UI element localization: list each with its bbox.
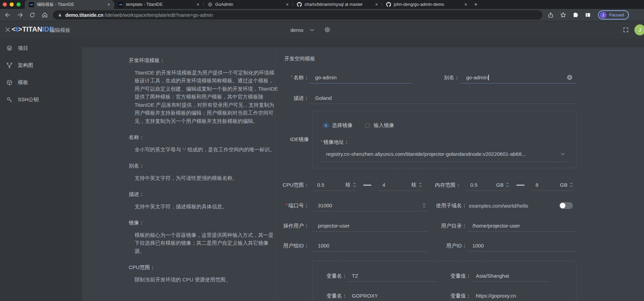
tab-template[interactable]: <t> template - TitanIDE × — [114, 0, 203, 9]
app-header: <t>TITANIDE 编辑模板 demo J — [0, 21, 644, 38]
back-button[interactable] — [2, 10, 13, 20]
memory-min-input[interactable]: 0.5GB — [465, 179, 510, 191]
doc-heading: CPU范围： — [129, 263, 278, 271]
input-image-radio[interactable] — [365, 123, 370, 128]
doc-heading: 别名： — [129, 162, 278, 170]
fullscreen-icon[interactable] — [623, 27, 629, 34]
group-id-label: 用户组ID： — [275, 243, 309, 249]
alias-input[interactable]: go-admin — [460, 72, 576, 83]
var-value-input[interactable]: Asia/Shanghai — [471, 270, 550, 282]
tab-github-mysql[interactable]: charts/bitnami/mysql at master × — [292, 0, 382, 9]
macos-minimize-button[interactable] — [10, 2, 14, 7]
form-title: 开发空间模板 — [284, 56, 315, 62]
sidebar: 项目 架构图 模板 SSH公钥 — [0, 38, 74, 301]
extensions-puzzle-icon[interactable] — [570, 10, 581, 20]
subdomain-toggle[interactable] — [559, 202, 573, 209]
layers-icon — [6, 45, 13, 51]
sidebar-item-ssh-keys[interactable]: SSH公钥 — [0, 91, 74, 108]
stepper-control[interactable] — [419, 183, 422, 187]
sidebar-item-label: SSH公钥 — [18, 96, 39, 103]
template-help-docs: 开发环境模板： TitanIDE 的开发环境模板是为用户提供一个可定制化的环境模… — [129, 56, 278, 292]
select-image-radio[interactable] — [323, 123, 329, 128]
share-icon[interactable] — [545, 10, 556, 20]
bookmark-star-icon[interactable] — [557, 10, 568, 20]
url-path: /ide/web/workspace/template/edit?name=go… — [104, 12, 213, 18]
name-input[interactable]: go-admin — [309, 72, 412, 83]
address-bar[interactable]: demo.titanide.cn /ide/web/workspace/temp… — [53, 10, 542, 20]
env-var-row: 变量名： GOPROXY 变量值： https://goproxy.cn — [321, 290, 568, 301]
op-user-label: 操作用户： — [275, 223, 309, 229]
var-name-label: 变量名： — [321, 273, 347, 279]
user-dir-input[interactable]: /home/projector-user — [468, 220, 576, 232]
sidebar-item-templates[interactable]: 模板 — [0, 74, 74, 91]
reload-button[interactable] — [27, 10, 38, 20]
workspace-name: demo — [290, 27, 303, 33]
image-address-select[interactable]: registry.cn-shenzhen.aliyuncs.com/titani… — [321, 151, 568, 162]
memory-max-input[interactable]: 8GB — [531, 179, 574, 191]
chevron-down-icon — [310, 28, 314, 32]
close-editor-icon[interactable] — [4, 26, 11, 34]
tab-close-icon[interactable]: × — [107, 2, 111, 7]
op-user-input[interactable]: projector-user — [312, 220, 427, 232]
cpu-min-input[interactable]: 0.5核 — [312, 179, 357, 191]
browser-window: <t> 编辑模板 - TitanIDE × <t> template - Tit… — [0, 0, 644, 301]
tab-edit-template[interactable]: <t> 编辑模板 - TitanIDE × — [25, 0, 114, 9]
tab-github-go-admin-demo[interactable]: john-deng/go-admin-demo × — [382, 0, 471, 9]
stepper-control[interactable] — [570, 183, 573, 187]
sidebar-item-architecture[interactable]: 架构图 — [0, 57, 74, 74]
env-var-row: 变量名： TZ 变量值： Asia/Shanghai — [321, 270, 568, 282]
clear-input-icon[interactable] — [567, 75, 572, 80]
var-value-input[interactable]: https://goproxy.cn — [471, 290, 550, 301]
tab-close-icon[interactable]: × — [464, 2, 468, 7]
var-name-input[interactable]: GOPROXY — [347, 290, 438, 301]
tab-close-icon[interactable]: × — [285, 2, 289, 7]
doc-paragraph: 模板的核心为一个容器镜像，这里提供两种输入方式，其一是下拉选择已有模板的镜像；其… — [129, 231, 278, 255]
doc-heading: 镜像： — [129, 219, 278, 227]
doc-paragraph: TitanIDE 的开发环境模板是为用户提供一个可定制化的环境模板设计工具，生成… — [129, 69, 278, 125]
side-panel-icon[interactable] — [582, 10, 593, 20]
stepper-control[interactable] — [506, 183, 509, 187]
input-image-radio-label[interactable]: 输入镜像 — [373, 122, 394, 129]
description-input[interactable]: Goland — [309, 92, 576, 104]
range-dash — [363, 185, 371, 186]
sidebar-item-projects[interactable]: 项目 — [0, 39, 74, 57]
doc-paragraph: 支持中英文字符，描述模板的具体信息。 — [129, 202, 278, 211]
macos-zoom-button[interactable] — [16, 2, 21, 7]
tab-title: john-deng/go-admin-demo — [394, 2, 461, 7]
new-tab-button[interactable]: + — [471, 0, 481, 9]
doc-heading: 描述： — [129, 190, 278, 198]
doc-heading: 开发环境模板： — [129, 56, 278, 65]
cpu-max-input[interactable]: 4核 — [378, 179, 423, 191]
port-input[interactable]: 31000 — [312, 200, 427, 211]
browser-profile-chip[interactable]: J Paused — [598, 10, 629, 20]
macos-close-button[interactable] — [3, 2, 7, 7]
user-id-input[interactable]: 1000 — [468, 240, 576, 252]
var-value-label: 变量值： — [448, 273, 471, 279]
stepper-control[interactable] — [423, 203, 426, 208]
user-dir-label: 用户目录： — [436, 223, 467, 229]
tab-goadmin[interactable]: GoAdmin × — [203, 0, 292, 9]
titanide-favicon: <t> — [29, 2, 34, 7]
main-area: 项目 架构图 模板 SSH公钥 开发环境模板： TitanIDE 的开发环境模板… — [0, 38, 644, 301]
tab-close-icon[interactable]: × — [375, 2, 379, 7]
select-image-radio-label[interactable]: 选择镜像 — [332, 122, 353, 129]
settings-gear-icon[interactable] — [324, 26, 331, 34]
var-name-input[interactable]: TZ — [347, 270, 438, 282]
sidebar-item-label: 项目 — [18, 45, 28, 51]
url-domain: demo.titanide.cn — [65, 12, 103, 18]
forward-button[interactable] — [14, 10, 25, 20]
tab-close-icon[interactable]: × — [196, 2, 200, 7]
home-button[interactable] — [39, 10, 50, 20]
stepper-control[interactable] — [353, 183, 356, 187]
tab-title: 编辑模板 - TitanIDE — [37, 2, 104, 8]
text-cursor — [488, 75, 489, 80]
page-title: 编辑模板 — [50, 27, 70, 34]
var-name-label: 变量名： — [321, 293, 347, 299]
chevron-down-icon — [561, 153, 565, 155]
tab-title: GoAdmin — [215, 2, 283, 7]
sidebar-item-label: 模板 — [18, 79, 28, 86]
browser-toolbar: demo.titanide.cn /ide/web/workspace/temp… — [0, 9, 644, 21]
user-avatar[interactable]: J — [634, 24, 644, 35]
group-id-input[interactable]: 1000 — [312, 240, 427, 252]
workspace-selector[interactable]: demo — [290, 27, 314, 33]
